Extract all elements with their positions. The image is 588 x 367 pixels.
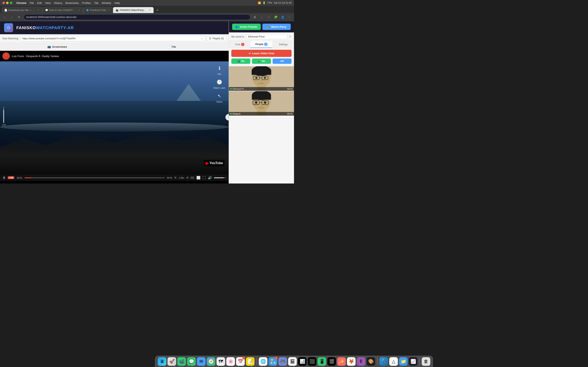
svg-point-22 [255, 101, 258, 104]
menu-profiles[interactable]: Profiles [82, 1, 91, 4]
watchparty-icon: 🎉 [267, 25, 270, 28]
tab-3-close[interactable]: × [107, 8, 110, 12]
replay-icon[interactable]: ↺ [186, 176, 189, 179]
play-pause-button[interactable]: ⏸ [2, 176, 6, 180]
menu-chrome[interactable]: Chrome [16, 1, 26, 4]
status-dot-2 [230, 113, 232, 115]
video-container[interactable]: Luis Fonsi - Despacito ft. Daddy Yankee … [0, 51, 229, 184]
tab-3[interactable]: 🔷 Forefront Chat × [83, 7, 113, 13]
tab-4-active[interactable]: 🎬 FANISKO-WatchParty-AR × [113, 7, 154, 13]
bookmark-icon[interactable]: ☆ [266, 14, 272, 20]
tab-2-title: How to Use ChatGPT 4 For Fre... [49, 9, 76, 12]
progress-bar[interactable] [25, 177, 165, 178]
youtube-text: YouTube [209, 161, 223, 165]
captions-button[interactable]: CC [190, 176, 194, 179]
fullscreen-button[interactable] [10, 2, 12, 4]
titlebar-right: 📶 🔋 74% Sat 15 Jul 01:49 [258, 1, 292, 4]
screenshare-tab-button[interactable]: 📺 Screenshare [0, 43, 114, 51]
miniplayer-button[interactable]: ⬜ [196, 176, 200, 180]
svg-point-12 [264, 77, 266, 79]
ar-toggle-button[interactable]: AR [273, 58, 292, 64]
forward-button[interactable]: › [9, 14, 15, 20]
video-controls: ⏸ LIVE 00:01 04:41 ↻ 1.00x ↺ CC ⬜ ⛶ 🔊 [0, 175, 229, 181]
microphone-toggle-button[interactable]: 🎤 On [252, 58, 271, 64]
participant-1-time: 00:01 [287, 88, 293, 90]
title-fanisko: FANISKO [16, 25, 36, 30]
menu-file[interactable]: File [30, 1, 34, 4]
name-clear-button[interactable]: ✕ [289, 35, 292, 38]
close-button[interactable] [2, 2, 5, 4]
watch-later-overlay-button[interactable]: 🕐 Watch Later [213, 78, 225, 89]
sync-icon[interactable]: ↻ [174, 176, 177, 179]
people-badge: 2 [264, 43, 268, 46]
watchparty-button[interactable]: 🎉 Watch:Party [262, 24, 291, 30]
playlist-button[interactable]: ☰ Playlist (0) [207, 36, 226, 41]
menu-edit[interactable]: Edit [37, 1, 42, 4]
fullscreen-button[interactable]: ⛶ [203, 176, 206, 180]
volume-value: 1.00 [2, 124, 6, 126]
invite-label: Invite Friends [240, 25, 257, 28]
reload-button[interactable]: ↻ [16, 14, 22, 20]
menu-tab[interactable]: Tab [94, 1, 98, 4]
svg-rect-7 [252, 71, 271, 75]
extension-icon[interactable]: 🧩 [273, 14, 278, 20]
wifi-icon: 📶 [258, 1, 261, 4]
share-icon[interactable]: ↑ [259, 14, 265, 20]
tab-2-close[interactable]: × [77, 8, 81, 12]
invite-icon: 👥 [235, 25, 239, 28]
screenshare-icon[interactable]: 🖥 [252, 14, 258, 20]
back-button[interactable]: ‹ [2, 14, 7, 20]
svg-point-11 [255, 77, 258, 79]
menu-window[interactable]: Window [102, 1, 111, 4]
menu-help[interactable]: Help [114, 1, 120, 4]
name-row: My name is: ✕ [229, 33, 294, 41]
info-overlay-button[interactable]: ℹ Info [213, 65, 225, 75]
settings-tab[interactable]: Settings [272, 41, 294, 48]
menu-history[interactable]: History [54, 1, 62, 4]
media-controls-row: 📹 On 🎤 On AR [229, 58, 294, 66]
invite-friends-button[interactable]: 👥 Invite Friends [232, 24, 261, 30]
profile-icon[interactable]: 👤 [280, 14, 285, 20]
more-icon[interactable]: ⋮ [287, 14, 292, 20]
battery-icon: 🔋 [263, 1, 266, 4]
camera-toggle-button[interactable]: 📹 On [231, 58, 250, 64]
menu-bookmarks[interactable]: Bookmarks [66, 1, 79, 4]
name-input[interactable] [246, 34, 287, 39]
participant-1-name-text: Ethereal Pr... [233, 88, 246, 90]
watchparty-label: Watch:Party [271, 25, 286, 28]
menu-view[interactable]: View [45, 1, 51, 4]
url-input-wrap[interactable]: https://www.youtube.com/watch?v=kJQP7kiw… [20, 36, 205, 41]
live-badge: LIVE [8, 176, 14, 179]
tab-2[interactable]: 💬 How to Use ChatGPT 4 For Fre... × [43, 7, 83, 13]
speed-button[interactable]: 1.00x [179, 176, 184, 179]
microphone-icon: 🎤 [258, 60, 261, 63]
tab-2-favicon: 💬 [45, 9, 48, 12]
chat-tab[interactable]: Chat 1 [229, 41, 251, 48]
minimize-button[interactable] [6, 2, 9, 4]
tab-1[interactable]: 📄 Download your file — Converti... × [2, 7, 43, 13]
volume-button[interactable]: 🔊 [208, 176, 212, 180]
tab-4-close[interactable]: × [148, 8, 151, 12]
current-time: 00:01 [17, 176, 22, 179]
share-icon: ↗ [216, 92, 223, 100]
leave-video-chat-button[interactable]: ↩ Leave Video Chat [231, 50, 292, 57]
youtube-logo: ▶ YouTube [204, 160, 225, 166]
url-go-button[interactable]: → [200, 37, 203, 40]
participant-2-name: Mrigesh [230, 113, 241, 115]
file-tab-button[interactable]: 📄 File [114, 43, 229, 51]
video-title-text: Luis Fonsi - Despacito ft. Daddy Yankee [12, 55, 59, 58]
status-dot-1 [230, 88, 232, 90]
people-tab[interactable]: People 2 [251, 41, 272, 48]
camera-status: On [241, 60, 245, 63]
volume-bar[interactable] [214, 177, 226, 178]
volume-fill [214, 177, 224, 178]
title-watchparty: WATCHPARTY-AR [36, 25, 74, 30]
ar-label: AR [280, 60, 284, 63]
tab-3-title: Forefront Chat [90, 9, 106, 12]
share-overlay-button[interactable]: ↗ Share [213, 92, 225, 103]
address-input[interactable] [24, 14, 250, 20]
tab-1-close[interactable]: × [36, 8, 40, 12]
participant-1-video: Ethereal Pr... 00:01 [229, 66, 294, 91]
tab-4-title: FANISKO-WatchParty-AR [120, 9, 147, 12]
new-tab-button[interactable]: + [155, 7, 160, 13]
